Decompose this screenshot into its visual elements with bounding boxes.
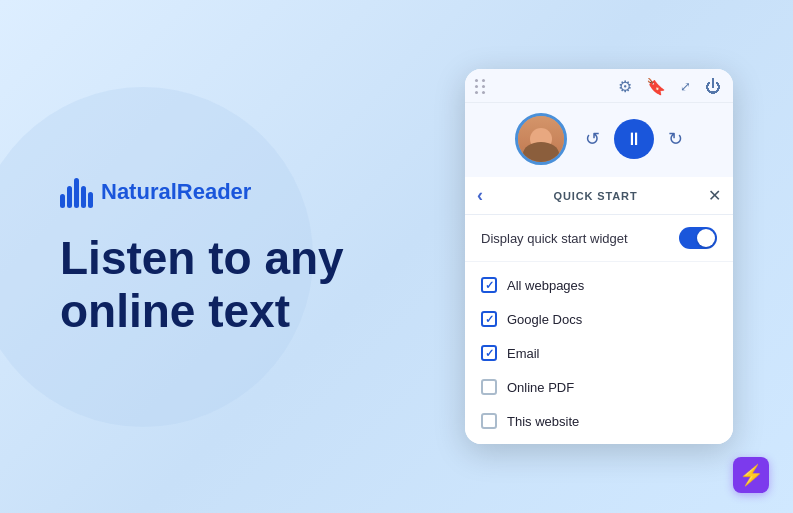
list-item: Email [465, 336, 733, 370]
back-button[interactable]: ‹ [477, 185, 483, 206]
forward-button[interactable]: ↻ [668, 128, 683, 150]
all-webpages-checkbox[interactable] [481, 277, 497, 293]
expand-icon[interactable]: ⤢ [680, 79, 691, 94]
display-widget-toggle[interactable] [679, 227, 717, 249]
dot2 [482, 79, 485, 82]
list-item: This website [465, 404, 733, 438]
google-docs-checkbox[interactable] [481, 311, 497, 327]
widget-topbar: ⚙ 🔖 ⤢ ⏻ [465, 69, 733, 103]
dot3 [475, 85, 478, 88]
headline: Listen to any online text [60, 232, 344, 338]
list-item: Google Docs [465, 302, 733, 336]
email-label: Email [507, 346, 540, 361]
quick-start-body: Display quick start widget All webpages … [465, 215, 733, 444]
all-webpages-label: All webpages [507, 278, 584, 293]
list-item: Online PDF [465, 370, 733, 404]
logo-bars-icon [60, 176, 93, 208]
quick-start-header: ‹ QUICK START ✕ [465, 177, 733, 215]
left-panel: NaturalReader Listen to any online text [60, 176, 344, 338]
headline-line1: Listen to any [60, 232, 344, 285]
widget-panel: ⚙ 🔖 ⤢ ⏻ ↺ ⏸ ↻ ‹ QUICK START ✕ Display qu… [465, 69, 733, 444]
list-item: All webpages [465, 268, 733, 302]
pause-button[interactable]: ⏸ [614, 119, 654, 159]
bookmark-icon[interactable]: 🔖 [646, 77, 666, 96]
logo-text: NaturalReader [101, 179, 251, 205]
drag-handle[interactable] [475, 79, 486, 94]
dot1 [475, 79, 478, 82]
bar2 [67, 186, 72, 208]
settings-icon[interactable]: ⚙ [618, 77, 632, 96]
power-icon[interactable]: ⏻ [705, 78, 721, 96]
headline-line2: online text [60, 285, 344, 338]
google-docs-label: Google Docs [507, 312, 582, 327]
dot4 [482, 85, 485, 88]
online-pdf-label: Online PDF [507, 380, 574, 395]
quick-start-title: QUICK START [553, 190, 637, 202]
logo: NaturalReader [60, 176, 344, 208]
checkbox-list: All webpages Google Docs Email Online PD… [465, 262, 733, 444]
this-website-checkbox[interactable] [481, 413, 497, 429]
close-button[interactable]: ✕ [708, 186, 721, 205]
online-pdf-checkbox[interactable] [481, 379, 497, 395]
this-website-label: This website [507, 414, 579, 429]
lightning-badge[interactable]: ⚡ [733, 457, 769, 493]
player-section: ↺ ⏸ ↻ [465, 103, 733, 177]
dot6 [482, 91, 485, 94]
avatar [515, 113, 567, 165]
bar4 [81, 186, 86, 208]
rewind-button[interactable]: ↺ [585, 128, 600, 150]
email-checkbox[interactable] [481, 345, 497, 361]
dot5 [475, 91, 478, 94]
avatar-face [518, 116, 564, 162]
bar5 [88, 192, 93, 208]
toggle-row: Display quick start widget [465, 215, 733, 262]
player-controls: ↺ ⏸ ↻ [585, 119, 683, 159]
toggle-label: Display quick start widget [481, 231, 628, 246]
bar1 [60, 194, 65, 208]
bar3 [74, 178, 79, 208]
